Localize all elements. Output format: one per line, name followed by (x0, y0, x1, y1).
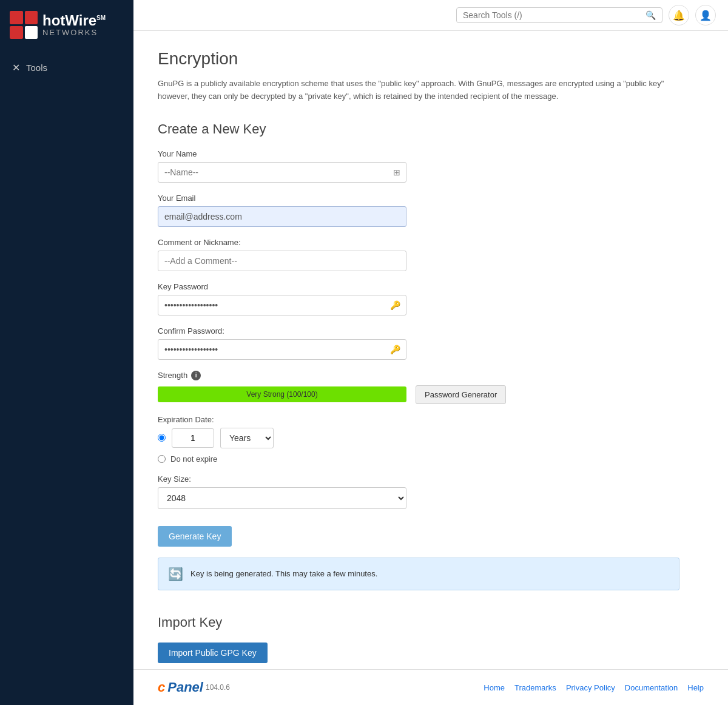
name-label: Your Name (158, 149, 704, 158)
bell-icon: 🔔 (673, 10, 685, 21)
expiration-value-input[interactable] (172, 428, 214, 448)
page-description: GnuPG is a publicly available encryption… (158, 78, 673, 103)
confirm-toggle-icon[interactable]: 🔑 (390, 345, 400, 354)
footer-link-help[interactable]: Help (687, 683, 704, 692)
topbar: 🔍 🔔 👤 (133, 0, 728, 31)
footer-link-privacy[interactable]: Privacy Policy (566, 683, 615, 692)
info-banner: 🔄 Key is being generated. This may take … (158, 558, 679, 590)
strength-bar-text: Very Strong (100/100) (246, 390, 317, 399)
name-group: Your Name ⊞ (158, 149, 704, 183)
brand-name: hotWireSM (42, 13, 106, 28)
content-area: Encryption GnuPG is a publicly available… (133, 31, 728, 669)
comment-label: Comment or Nickname: (158, 238, 704, 247)
footer-links: Home Trademarks Privacy Policy Documenta… (484, 683, 704, 692)
sidebar: hotWireSM NETWORKS ✕ Tools (0, 0, 133, 705)
email-label: Your Email (158, 194, 704, 203)
import-key-section: Import Key Import Public GPG Key (158, 615, 704, 663)
password-group: Key Password 🔑 (158, 282, 704, 315)
password-input-wrapper: 🔑 (158, 295, 406, 315)
confirm-input[interactable] (158, 339, 406, 360)
no-expire-radio[interactable] (158, 455, 166, 463)
password-input[interactable] (158, 295, 406, 315)
search-wrapper[interactable]: 🔍 (456, 7, 662, 23)
password-generator-button[interactable]: Password Generator (416, 385, 506, 404)
user-icon: 👤 (699, 10, 712, 21)
expiration-row: Days Weeks Months Years (158, 428, 704, 448)
sidebar-item-label: Tools (26, 62, 47, 73)
user-button[interactable]: 👤 (695, 5, 716, 25)
strength-label-text: Strength (158, 371, 187, 380)
main-area: 🔍 🔔 👤 Encryption GnuPG is a publicly ava… (133, 0, 728, 705)
search-input[interactable] (463, 10, 645, 20)
expiration-group: Expiration Date: Days Weeks Months Years… (158, 415, 704, 464)
brand-logo: hotWireSM NETWORKS (0, 0, 133, 50)
sidebar-nav: ✕ Tools (0, 56, 133, 79)
import-gpg-key-button[interactable]: Import Public GPG Key (158, 643, 268, 663)
page-title: Encryption (158, 49, 704, 69)
expiration-unit-select[interactable]: Days Weeks Months Years (220, 428, 274, 448)
create-key-section-title: Create a New Key (158, 121, 704, 137)
password-label: Key Password (158, 282, 704, 291)
strength-info-icon[interactable]: i (191, 371, 201, 380)
expiration-radio[interactable] (158, 434, 166, 442)
confirm-input-wrapper: 🔑 (158, 339, 406, 360)
confirm-label: Confirm Password: (158, 326, 704, 336)
name-input[interactable] (158, 162, 406, 183)
generate-key-button[interactable]: Generate Key (158, 526, 232, 547)
no-expire-option: Do not expire (158, 454, 704, 464)
cpanel-version: 104.0.6 (206, 683, 230, 692)
key-size-label: Key Size: (158, 474, 704, 484)
notifications-button[interactable]: 🔔 (669, 5, 689, 25)
spinner-icon: 🔄 (168, 567, 183, 581)
key-size-select[interactable]: 1024 2048 4096 (158, 487, 406, 509)
footer: cPanel 104.0.6 Home Trademarks Privacy P… (133, 669, 728, 705)
strength-row: Very Strong (100/100) Password Generator (158, 385, 704, 404)
tools-icon: ✕ (12, 62, 20, 73)
strength-bar-wrapper: Very Strong (100/100) (158, 386, 406, 402)
expiration-label: Expiration Date: (158, 415, 704, 424)
comment-group: Comment or Nickname: (158, 238, 704, 271)
info-banner-text: Key is being generated. This may take a … (190, 569, 377, 578)
footer-link-docs[interactable]: Documentation (625, 683, 678, 692)
logo-icon (10, 11, 38, 39)
strength-group: Strength i Very Strong (100/100) Passwor… (158, 371, 704, 404)
no-expire-label: Do not expire (170, 454, 217, 464)
comment-input[interactable] (158, 251, 406, 271)
strength-bar-fill: Very Strong (100/100) (158, 386, 406, 402)
key-size-group: Key Size: 1024 2048 4096 (158, 474, 704, 509)
strength-label-row: Strength i (158, 371, 704, 380)
cpanel-panel-text: Panel (167, 680, 203, 695)
footer-link-home[interactable]: Home (484, 683, 505, 692)
email-input[interactable] (158, 206, 406, 227)
email-group: Your Email (158, 194, 704, 227)
cpanel-c-letter: c (158, 680, 165, 695)
name-icon: ⊞ (393, 167, 400, 177)
brand-networks: NETWORKS (42, 28, 106, 37)
import-key-title: Import Key (158, 615, 704, 630)
search-icon: 🔍 (645, 10, 656, 20)
footer-link-trademarks[interactable]: Trademarks (514, 683, 556, 692)
sidebar-item-tools[interactable]: ✕ Tools (0, 56, 133, 79)
name-input-wrapper: ⊞ (158, 162, 406, 183)
confirm-password-group: Confirm Password: 🔑 (158, 326, 704, 360)
cpanel-logo: cPanel 104.0.6 (158, 680, 230, 695)
password-toggle-icon[interactable]: 🔑 (390, 300, 400, 310)
